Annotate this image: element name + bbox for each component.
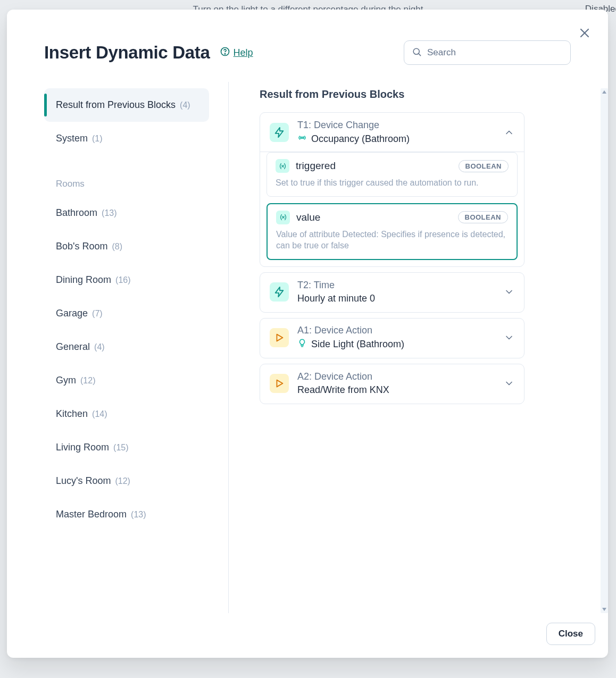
play-icon <box>270 374 289 393</box>
scroll-down-icon <box>602 607 607 612</box>
sidebar-room-dining-room[interactable]: Dining Room (16) <box>44 263 209 297</box>
search-field[interactable] <box>404 40 571 65</box>
insert-dynamic-data-modal: Insert Dynamic Data Help Result from Pre… <box>7 10 608 658</box>
svg-marker-12 <box>602 608 606 611</box>
sidebar-item-label: Lucy's Room <box>56 475 111 487</box>
block-t2-sub: Hourly at minute 0 <box>297 293 375 304</box>
sidebar-item-count: (4) <box>94 342 105 352</box>
sidebar-item-label: Result from Previous Blocks <box>56 99 176 111</box>
chevron-down-icon <box>504 378 514 389</box>
chevron-up-icon <box>504 127 514 138</box>
sidebar-item-count: (14) <box>92 409 107 419</box>
sidebar-item-label: Bathroom <box>56 207 97 219</box>
lightbulb-icon <box>297 338 307 350</box>
block-t1-label: T1: Device Change <box>297 120 495 131</box>
vertical-divider <box>228 82 229 613</box>
sidebar-room-kitchen[interactable]: Kitchen (14) <box>44 397 209 431</box>
sidebar-item-count: (4) <box>180 101 190 110</box>
help-icon <box>220 46 230 60</box>
sidebar-room-bathroom[interactable]: Bathroom (13) <box>44 196 209 230</box>
svg-marker-11 <box>602 90 606 94</box>
svg-marker-6 <box>276 127 284 137</box>
sidebar-room-gym[interactable]: Gym (12) <box>44 364 209 397</box>
play-icon <box>270 328 289 347</box>
search-input[interactable] <box>427 47 563 58</box>
bolt-icon <box>270 282 289 302</box>
sidebar-item-label: Kitchen <box>56 408 88 420</box>
attr-type-badge: BOOLEAN <box>458 211 509 223</box>
occupancy-icon <box>297 133 307 145</box>
block-a1-label: A1: Device Action <box>297 325 495 336</box>
sidebar-item-system[interactable]: System (1) <box>44 122 209 155</box>
sidebar-item-count: (13) <box>102 208 116 218</box>
sidebar-section-rooms: Rooms <box>44 168 209 195</box>
close-button[interactable]: Close <box>546 623 595 645</box>
sidebar-room-bobs-room[interactable]: Bob's Room (8) <box>44 230 209 263</box>
bolt-icon <box>270 123 289 142</box>
sidebar-item-count: (13) <box>131 510 146 520</box>
sidebar-room-lucys-room[interactable]: Lucy's Room (12) <box>44 464 209 498</box>
sidebar-item-label: Bob's Room <box>56 241 107 252</box>
sidebar-item-label: Dining Room <box>56 274 111 286</box>
sidebar-room-garage[interactable]: Garage (7) <box>44 297 209 330</box>
attr-triggered-desc: Set to true if this trigger caused the a… <box>276 177 509 189</box>
modal-title: Insert Dynamic Data <box>44 43 210 63</box>
sidebar-item-count: (8) <box>112 242 122 252</box>
block-t2: T2: Time Hourly at minute 0 <box>260 272 525 313</box>
block-t1: T1: Device Change Occupancy (Bathroom) <box>260 112 525 267</box>
sidebar-room-living-room[interactable]: Living Room (15) <box>44 431 209 464</box>
svg-marker-9 <box>277 334 282 341</box>
variable-icon <box>276 211 290 224</box>
block-a2-label: A2: Device Action <box>297 371 495 382</box>
content-panel: Result from Previous Blocks T1: Device C… <box>260 88 608 613</box>
svg-point-3 <box>224 53 225 54</box>
block-a1-sub: Side Light (Bathroom) <box>311 339 404 350</box>
sidebar-item-previous-blocks[interactable]: Result from Previous Blocks (4) <box>44 88 209 122</box>
attr-value-desc: Value of attribute Detected: Specifies i… <box>276 229 508 252</box>
sidebar-item-count: (12) <box>115 476 130 486</box>
attr-triggered[interactable]: triggered BOOLEAN Set to true if this tr… <box>267 152 518 197</box>
svg-point-7 <box>302 137 303 138</box>
block-t2-header[interactable]: T2: Time Hourly at minute 0 <box>260 273 524 312</box>
variable-icon <box>276 159 289 173</box>
sidebar-item-label: Gym <box>56 375 76 386</box>
sidebar-item-count: (15) <box>113 443 128 453</box>
sidebar-room-master-bedroom[interactable]: Master Bedroom (13) <box>44 498 209 531</box>
modal-header: Insert Dynamic Data Help <box>7 10 608 65</box>
sidebar-item-count: (7) <box>92 309 103 319</box>
attr-value[interactable]: value BOOLEAN Value of attribute Detecte… <box>267 203 518 260</box>
sidebar-item-label: Master Bedroom <box>56 509 127 520</box>
sidebar-item-count: (1) <box>92 134 103 144</box>
block-a1: A1: Device Action Side Light (Bathroom) <box>260 318 525 358</box>
attr-type-badge: BOOLEAN <box>459 160 509 172</box>
block-a2-sub: Read/Write from KNX <box>297 384 389 396</box>
attr-value-name: value <box>296 212 452 223</box>
sidebar-item-label: System <box>56 133 88 144</box>
block-t1-header[interactable]: T1: Device Change Occupancy (Bathroom) <box>260 113 524 152</box>
svg-line-5 <box>419 54 421 56</box>
sidebar-item-count: (12) <box>80 376 95 386</box>
attr-triggered-name: triggered <box>296 160 452 172</box>
svg-marker-10 <box>277 380 282 387</box>
block-t1-sub: Occupancy (Bathroom) <box>311 133 410 145</box>
block-a2-header[interactable]: A2: Device Action Read/Write from KNX <box>260 364 524 404</box>
chevron-down-icon <box>504 332 514 343</box>
content-title: Result from Previous Blocks <box>260 88 587 101</box>
sidebar-room-general[interactable]: General (4) <box>44 330 209 364</box>
block-a2: A2: Device Action Read/Write from KNX <box>260 364 525 404</box>
search-icon <box>412 47 422 59</box>
sidebar-item-label: Living Room <box>56 442 109 453</box>
sidebar: Result from Previous Blocks (4) System (… <box>44 88 209 613</box>
modal-footer: Close <box>7 613 608 658</box>
scroll-up-icon <box>602 89 607 95</box>
svg-marker-8 <box>276 287 284 297</box>
scrollbar[interactable] <box>601 88 608 613</box>
block-t2-label: T2: Time <box>297 280 495 291</box>
sidebar-item-count: (16) <box>115 275 130 285</box>
help-label: Help <box>234 47 253 58</box>
help-link[interactable]: Help <box>220 46 253 60</box>
sidebar-item-label: General <box>56 341 90 353</box>
sidebar-item-label: Garage <box>56 308 88 319</box>
block-a1-header[interactable]: A1: Device Action Side Light (Bathroom) <box>260 319 524 358</box>
chevron-down-icon <box>504 287 514 297</box>
